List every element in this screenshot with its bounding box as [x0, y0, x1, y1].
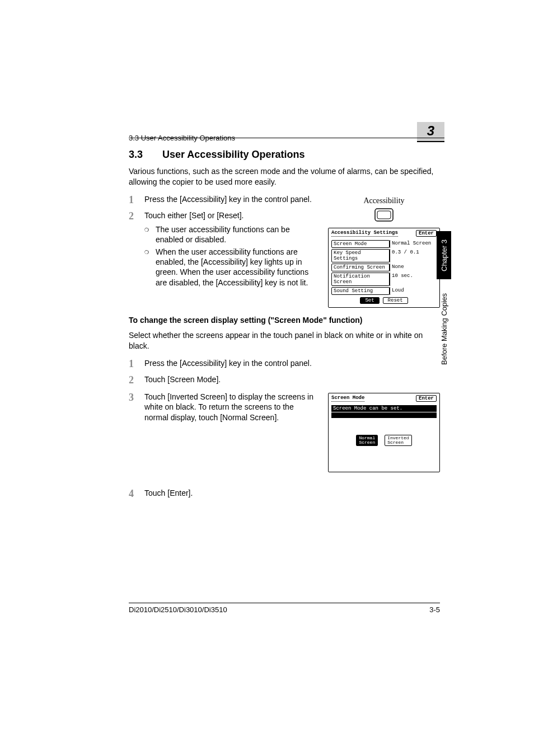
sublist-text: When the user accessibility functions ar…	[156, 247, 317, 288]
sub-heading: To change the screen display setting ("S…	[129, 316, 440, 325]
panel-title: Accessibility Settings	[331, 230, 398, 237]
list-item: 1 Press the [Accessibility] key in the c…	[129, 358, 440, 370]
step-body: Touch either [Set] or [Reset]. The user …	[144, 210, 317, 290]
screen-mode-panel: Screen Mode Enter Screen Mode can be set…	[328, 393, 440, 473]
setting-value: Loud	[390, 287, 437, 295]
block-a-left: 1 Press the [Accessibility] key in the c…	[129, 194, 317, 308]
setting-value: None	[390, 264, 437, 271]
sublist: The user accessibility functions can be …	[144, 224, 317, 288]
screen-mode-button[interactable]: Screen Mode	[331, 240, 390, 248]
section-tab: Before Making Copies	[437, 284, 451, 374]
step-number: 1	[129, 194, 137, 206]
sound-setting-button[interactable]: Sound Setting	[331, 287, 390, 295]
key-icon	[373, 206, 395, 223]
list-item: 3 Touch [Inverted Screen] to display the…	[129, 392, 317, 424]
list-item: 2 Touch either [Set] or [Reset]. The use…	[129, 210, 317, 290]
accessibility-settings-panel: Accessibility Settings Enter Screen Mode…	[328, 228, 440, 308]
bullet-icon	[144, 248, 151, 288]
heading-title: User Accessibility Operations	[162, 149, 305, 160]
list-item: 4 Touch [Enter].	[129, 488, 440, 500]
set-reset-row: Set Reset	[331, 297, 437, 304]
notification-screen-button[interactable]: Notification Screen	[331, 273, 390, 286]
inverted-screen-button[interactable]: InvertedScreen	[385, 435, 411, 447]
list-item: 1 Press the [Accessibility] key in the c…	[129, 194, 317, 206]
chapter-tab: Chapter 3	[437, 231, 451, 279]
block-a: 1 Press the [Accessibility] key in the c…	[129, 194, 440, 308]
chapter-badge: 3	[417, 122, 444, 142]
section-heading: 3.3User Accessibility Operations	[129, 149, 440, 161]
setting-row: Confirming Screen None	[331, 264, 437, 271]
confirming-screen-button[interactable]: Confirming Screen	[331, 264, 390, 271]
setting-value: 0.3 / 0.1	[390, 249, 437, 262]
svg-rect-0	[375, 209, 393, 221]
setting-value: 10 sec.	[390, 273, 437, 286]
panel-title: Screen Mode	[331, 395, 364, 402]
key-label: Accessibility	[363, 196, 404, 205]
panel-enter-button[interactable]: Enter	[416, 230, 437, 237]
sublist-text: The user accessibility functions can be …	[156, 224, 317, 245]
header-rule	[129, 138, 444, 138]
footer: Di2010/Di2510/Di3010/Di3510 3-5	[129, 605, 440, 614]
heading-number: 3.3	[129, 149, 162, 161]
block-a-right: Accessibility Accessibility Settings Ent…	[328, 194, 440, 308]
setting-row: Sound Setting Loud	[331, 287, 437, 295]
step-number: 2	[129, 374, 137, 386]
footer-rule	[129, 603, 440, 603]
step-text: Press the [Accessibility] key in the con…	[144, 194, 317, 206]
panel-enter-button[interactable]: Enter	[416, 395, 437, 402]
step-text: Touch [Enter].	[144, 488, 440, 500]
intro-paragraph: Various functions, such as the screen mo…	[129, 166, 440, 187]
list-item: 2 Touch [Screen Mode].	[129, 374, 440, 386]
block-b: 3 Touch [Inverted Screen] to display the…	[129, 392, 440, 473]
setting-row: Screen Mode Normal Screen	[331, 240, 437, 248]
panel-message-blank	[331, 412, 437, 418]
panel-header: Screen Mode Enter	[331, 395, 437, 402]
running-header: 3.3 User Accessibility Operations 3	[129, 122, 444, 142]
footer-page: 3-5	[429, 605, 440, 614]
sublist-item: The user accessibility functions can be …	[144, 224, 317, 245]
setting-row: Key Speed Settings 0.3 / 0.1	[331, 249, 437, 262]
content: 3.3User Accessibility Operations Various…	[129, 145, 440, 504]
panel-message: Screen Mode can be set.	[331, 405, 437, 412]
reset-button[interactable]: Reset	[383, 297, 408, 304]
btn-line: Screen	[387, 440, 404, 445]
bullet-icon	[144, 226, 151, 245]
mode-button-row: NormalScreen InvertedScreen	[331, 435, 437, 447]
step-number: 4	[129, 488, 137, 500]
set-button[interactable]: Set	[360, 297, 379, 304]
step-text: Press the [Accessibility] key in the con…	[144, 358, 440, 370]
step-number: 1	[129, 358, 137, 370]
step-number: 2	[129, 210, 137, 290]
normal-screen-button[interactable]: NormalScreen	[356, 435, 378, 447]
setting-row: Notification Screen 10 sec.	[331, 273, 437, 286]
sublist-item: When the user accessibility functions ar…	[144, 247, 317, 288]
block-b-left: 3 Touch [Inverted Screen] to display the…	[129, 392, 317, 473]
svg-rect-1	[377, 211, 391, 219]
step-text: Touch [Inverted Screen] to display the s…	[144, 392, 317, 424]
accessibility-key-diagram: Accessibility	[328, 195, 440, 223]
panel-header: Accessibility Settings Enter	[331, 230, 437, 237]
block-b-right: Screen Mode Enter Screen Mode can be set…	[328, 392, 440, 473]
step-text: Touch either [Set] or [Reset].	[144, 211, 243, 220]
page: 3.3 User Accessibility Operations 3 3.3U…	[0, 0, 534, 756]
step-text: Touch [Screen Mode].	[144, 374, 440, 386]
btn-line: Screen	[359, 440, 375, 445]
sub-intro: Select whether the screens appear in the…	[129, 330, 440, 351]
step-number: 3	[129, 392, 137, 424]
setting-value: Normal Screen	[390, 240, 437, 248]
footer-model: Di2010/Di2510/Di3010/Di3510	[129, 605, 227, 614]
key-speed-button[interactable]: Key Speed Settings	[331, 249, 390, 262]
